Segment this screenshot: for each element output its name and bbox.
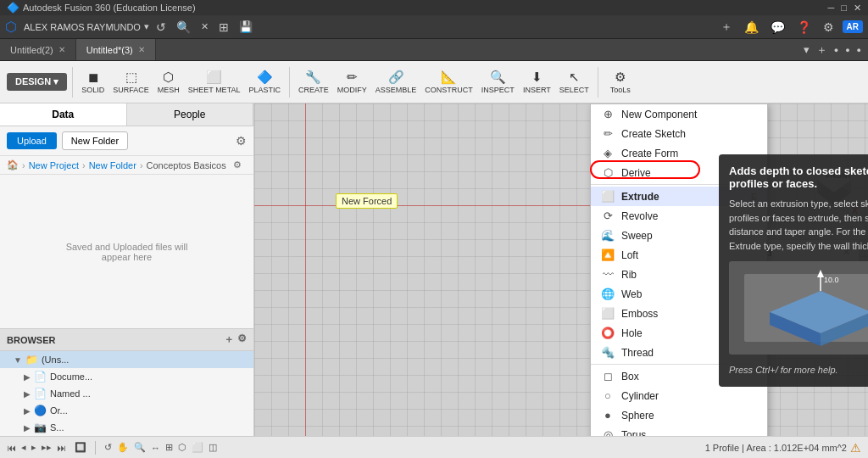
close-btn[interactable]: ✕ [854, 3, 861, 14]
browser-item-label-1: (Uns... [42, 355, 69, 365]
bt-grid-4[interactable]: ◫ [209, 442, 217, 453]
bc-sep-3: › [140, 160, 143, 170]
bt-nav-2[interactable]: ✋ [117, 442, 129, 453]
toolbar-select[interactable]: ↖ SELECT [556, 68, 593, 96]
empty-files-text: Saved and Uploaded files will appear her… [66, 242, 188, 262]
sweep-icon: 🌊 [601, 229, 615, 242]
playback-end-icon[interactable]: ⏭ [57, 443, 66, 453]
toolbar-sep-3 [598, 67, 598, 98]
tab-option2[interactable]: ● [845, 46, 849, 54]
bc-settings-icon[interactable]: ⚙ [233, 159, 242, 170]
save-icon[interactable]: 💾 [236, 19, 256, 35]
toolbar-tools-item[interactable]: ⚙ TooLs [607, 68, 634, 96]
new-forced-label: New Forced [336, 193, 398, 209]
bt-nav-4[interactable]: ↔ [151, 443, 160, 453]
modify-icon: ✏ [347, 70, 358, 85]
tab-close-1[interactable]: ✕ [58, 45, 65, 54]
user-dropdown-icon[interactable]: ▾ [144, 21, 149, 32]
bc-new-folder[interactable]: New Folder [89, 160, 136, 170]
browser-item-docume[interactable]: ▶ 📄 Docume... [0, 368, 253, 385]
message-icon[interactable]: 💬 [767, 19, 788, 36]
emboss-icon: ⬜ [601, 307, 615, 320]
toolbar-mesh[interactable]: ⬡ MESH [154, 68, 183, 96]
upload-row: Upload New Folder ⚙ [0, 126, 253, 156]
toolbar-inspect[interactable]: 🔍 INSPECT [478, 68, 518, 96]
tab-untitled2[interactable]: Untitled(2) ✕ [0, 39, 76, 60]
menu-torus[interactable]: ◎ Torus [591, 425, 767, 436]
search-icon[interactable]: 🔍 [173, 19, 194, 36]
toolbar-assemble[interactable]: 🔗 ASSEMBLE [372, 68, 420, 96]
user-badge[interactable]: AR [843, 20, 863, 33]
browser-item-or[interactable]: ▶ 🔵 Or... [0, 402, 253, 419]
close-icon[interactable]: ✕ [198, 20, 212, 34]
browser-add-icon[interactable]: ＋ [224, 332, 234, 347]
bt-grid-3[interactable]: ⬜ [192, 442, 203, 453]
toolbar-surface[interactable]: ⬚ SURFACE [109, 68, 153, 96]
toolbar-tools-section: 🔧 CREATE ✏ MODIFY 🔗 ASSEMBLE 📐 CONSTRUCT… [295, 68, 593, 96]
bt-grid-2[interactable]: ⬡ [178, 442, 186, 453]
add-icon[interactable]: ＋ [717, 18, 736, 36]
settings-icon[interactable]: ⚙ [820, 19, 837, 36]
user-section[interactable]: ALEX RAMOS RAYMUNDO ▾ [24, 21, 149, 32]
playback-start-icon[interactable]: ⏮ [7, 443, 16, 453]
refresh-icon[interactable]: ↺ [153, 19, 170, 36]
browser-item-s[interactable]: ▶ 📷 S... [0, 419, 253, 436]
bt-nav-1[interactable]: ↺ [104, 442, 112, 453]
tooltip-panel: Adds depth to closed sketch profiles or … [719, 154, 868, 387]
menu-new-component[interactable]: ⊕ New Component [591, 104, 767, 124]
tab-people[interactable]: People [127, 103, 254, 126]
bt-grid-1[interactable]: ⊞ [165, 442, 173, 453]
menu-create-sketch[interactable]: ✏ Create Sketch [591, 124, 767, 143]
browser-item-named[interactable]: ▶ 📄 Named ... [0, 385, 253, 402]
bc-new-project[interactable]: New Project [29, 160, 79, 170]
home-icon[interactable]: 🏠 [7, 159, 19, 170]
browser-item-uns[interactable]: ▼ 📁 (Uns... [0, 351, 253, 368]
toolbar-solid[interactable]: ◼ SOLID [78, 68, 108, 96]
toolbar-construct[interactable]: 📐 CONSTRUCT [421, 68, 476, 96]
canvas-area[interactable]: New Forced ⊕ New Component ✏ Create Sket… [254, 103, 868, 436]
playback-prev-icon[interactable]: ◂ [21, 442, 26, 453]
browser-item-label-4: Or... [50, 405, 68, 416]
tab-dropdown-icon[interactable]: ▾ [804, 43, 810, 56]
app-icon: 🔷 [7, 2, 19, 14]
sphere-icon: ● [601, 409, 615, 422]
bottom-toolbar: ⏮ ◂ ▸ ▸▸ ⏭ 🔲 ↺ ✋ 🔍 ↔ ⊞ ⬡ ⬜ ◫ 1 Profile |… [0, 436, 868, 458]
bc-sep-2: › [82, 160, 86, 170]
toolbar-sheetmetal[interactable]: ⬜ SHEET METAL [185, 68, 244, 96]
toolbar-create[interactable]: 🔧 CREATE [295, 68, 332, 96]
browser-settings-icon[interactable]: ⚙ [237, 332, 247, 347]
bt-nav-3[interactable]: 🔍 [134, 442, 146, 453]
help-icon[interactable]: ❓ [793, 19, 815, 36]
tab-option3[interactable]: ● [857, 46, 861, 54]
bt-item-icon[interactable]: 🔲 [75, 442, 86, 453]
menu-cylinder[interactable]: ○ Cylinder [591, 386, 767, 405]
menu-sphere[interactable]: ● Sphere [591, 405, 767, 425]
surface-label: SURFACE [113, 86, 149, 94]
insert-label: INSERT [523, 86, 551, 94]
new-folder-btn[interactable]: New Folder [62, 131, 128, 150]
bell-icon[interactable]: 🔔 [741, 19, 762, 36]
toolbar-plastic[interactable]: 🔷 PLASTIC [245, 68, 284, 96]
solid-icon: ◼ [88, 70, 98, 85]
toolbar-insert[interactable]: ⬇ INSERT [520, 68, 554, 96]
title-bar-controls[interactable]: ─ □ ✕ [828, 3, 861, 14]
minimize-btn[interactable]: ─ [828, 3, 835, 14]
maximize-btn[interactable]: □ [841, 3, 847, 14]
playback-play-icon[interactable]: ▸ [31, 442, 36, 453]
grid-icon[interactable]: ⊞ [215, 19, 232, 36]
tab-add-icon[interactable]: ＋ [816, 42, 827, 58]
playback-next-icon[interactable]: ▸▸ [42, 442, 52, 453]
toolbar-modify[interactable]: ✏ MODIFY [334, 68, 370, 96]
revolve-icon: ⟳ [601, 209, 615, 222]
tab-untitled3[interactable]: Untitled*(3) ✕ [76, 39, 156, 60]
extrude-icon: ⬜ [601, 190, 615, 203]
upload-btn[interactable]: Upload [7, 132, 57, 149]
tab-close-2[interactable]: ✕ [138, 45, 145, 54]
panel-settings-icon[interactable]: ⚙ [236, 134, 247, 148]
user-name[interactable]: ALEX RAMOS RAYMUNDO [24, 22, 141, 32]
tab-data[interactable]: Data [0, 103, 127, 126]
construct-label: CONSTRUCT [425, 86, 473, 94]
tab-option1[interactable]: ● [834, 46, 838, 54]
cylinder-icon: ○ [601, 389, 615, 402]
design-btn[interactable]: DESIGN ▾ [7, 73, 67, 91]
